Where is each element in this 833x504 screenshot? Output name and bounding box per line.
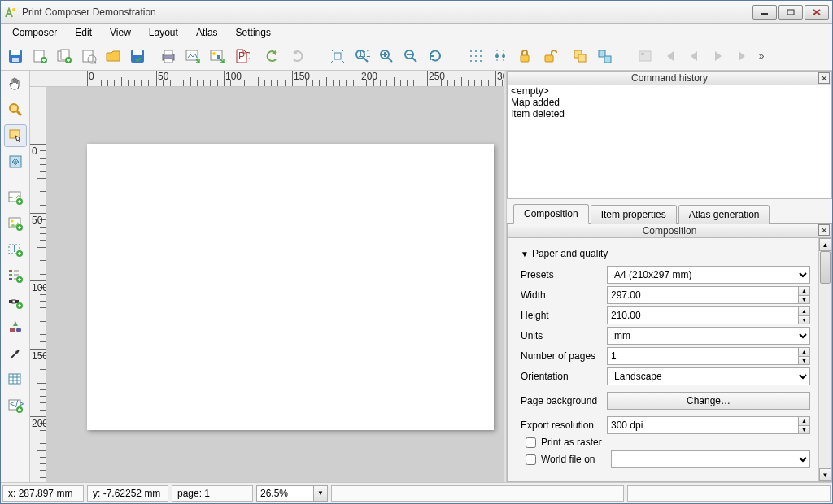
close-button[interactable] — [805, 5, 829, 20]
load-template-icon[interactable] — [102, 45, 124, 67]
svg-point-43 — [495, 54, 499, 58]
width-input[interactable] — [607, 286, 798, 304]
maximize-button[interactable] — [778, 5, 803, 20]
tab-item-properties[interactable]: Item properties — [591, 205, 677, 224]
save-icon[interactable] — [4, 45, 27, 67]
svg-point-44 — [502, 54, 505, 58]
change-background-button[interactable]: Change… — [607, 392, 810, 410]
svg-line-31 — [412, 58, 416, 62]
height-input[interactable] — [607, 306, 798, 324]
world-file-select[interactable] — [611, 450, 810, 468]
atlas-last-icon[interactable] — [731, 45, 754, 67]
spin-up-icon[interactable]: ▲ — [798, 416, 810, 425]
menu-view[interactable]: View — [102, 25, 139, 40]
toolbar-overflow-icon[interactable]: » — [756, 50, 767, 62]
refresh-icon[interactable] — [424, 45, 447, 67]
zoom-out-icon[interactable] — [399, 45, 422, 67]
add-table-tool-icon[interactable] — [4, 368, 27, 391]
save-template-icon[interactable] — [126, 45, 149, 67]
grid-snap-icon[interactable] — [464, 45, 487, 67]
composer-manager-icon[interactable] — [77, 45, 100, 67]
history-item[interactable]: Map added — [508, 97, 831, 108]
add-map-tool-icon[interactable] — [4, 186, 27, 209]
orientation-select[interactable]: Landscape — [607, 367, 810, 385]
tab-composition[interactable]: Composition — [513, 204, 589, 224]
atlas-first-icon[interactable] — [658, 45, 681, 67]
status-extra — [627, 485, 831, 502]
export-pdf-icon[interactable]: PDF — [230, 45, 253, 67]
zoom-tool-icon[interactable] — [4, 98, 27, 121]
history-list[interactable]: <empty> Map added Item deleted — [507, 85, 832, 199]
composition-close-icon[interactable]: ✕ — [818, 224, 830, 236]
spin-up-icon[interactable]: ▲ — [798, 286, 810, 295]
group-icon[interactable] — [569, 45, 591, 67]
menu-atlas[interactable]: Atlas — [188, 25, 226, 40]
add-shape-tool-icon[interactable] — [4, 316, 27, 339]
menu-composer[interactable]: Composer — [4, 25, 65, 40]
duplicate-composer-icon[interactable] — [53, 45, 76, 67]
properties-scrollbar[interactable]: ▲ ▼ — [818, 238, 831, 481]
guides-snap-icon[interactable] — [489, 45, 512, 67]
atlas-prev-icon[interactable] — [683, 45, 705, 67]
add-arrow-tool-icon[interactable] — [4, 342, 27, 365]
canvas-viewport[interactable] — [46, 87, 504, 482]
select-tool-icon[interactable] — [4, 124, 27, 147]
undo-icon[interactable] — [261, 45, 284, 67]
zoom-in-icon[interactable] — [375, 45, 398, 67]
svg-line-13 — [94, 62, 96, 63]
add-scalebar-tool-icon[interactable] — [4, 290, 27, 313]
zoom-input[interactable] — [256, 485, 313, 502]
ungroup-icon[interactable] — [593, 45, 616, 67]
zoom-full-icon[interactable] — [326, 45, 349, 67]
export-svg-icon[interactable] — [206, 45, 229, 67]
add-image-tool-icon[interactable] — [4, 212, 27, 235]
pan-tool-icon[interactable] — [4, 72, 27, 95]
presets-label: Presets — [521, 269, 602, 280]
lock-icon[interactable] — [513, 45, 536, 67]
scroll-thumb[interactable] — [820, 251, 831, 284]
add-html-tool-icon[interactable]: </> — [4, 394, 27, 417]
units-select[interactable]: mm — [607, 327, 810, 345]
print-as-raster-checkbox[interactable] — [526, 437, 536, 448]
add-legend-tool-icon[interactable] — [4, 264, 27, 287]
svg-point-0 — [12, 8, 15, 11]
history-item[interactable]: <empty> — [508, 85, 831, 97]
svg-rect-67 — [9, 278, 12, 280]
zoom-combo[interactable]: ▼ — [256, 485, 328, 502]
paper-quality-section[interactable]: ▼ Paper and quality — [521, 248, 810, 259]
spin-up-icon[interactable]: ▲ — [798, 306, 810, 315]
menu-settings[interactable]: Settings — [228, 25, 279, 40]
presets-select[interactable]: A4 (210x297 mm) — [607, 266, 810, 284]
print-icon[interactable] — [157, 45, 180, 67]
spin-down-icon[interactable]: ▼ — [798, 315, 810, 325]
export-resolution-input[interactable] — [607, 416, 798, 434]
export-image-icon[interactable] — [181, 45, 204, 67]
new-composer-icon[interactable] — [28, 45, 51, 67]
menu-layout[interactable]: Layout — [141, 25, 186, 40]
spin-up-icon[interactable]: ▲ — [798, 347, 810, 356]
scroll-up-icon[interactable]: ▲ — [819, 238, 831, 251]
spin-down-icon[interactable]: ▼ — [798, 425, 810, 435]
world-file-checkbox[interactable] — [526, 454, 536, 465]
unlock-icon[interactable] — [538, 45, 560, 67]
redo-icon[interactable] — [286, 45, 308, 67]
move-content-tool-icon[interactable] — [4, 150, 27, 173]
spin-down-icon[interactable]: ▼ — [798, 295, 810, 305]
zoom-dropdown-icon[interactable]: ▼ — [313, 485, 328, 502]
zoom-actual-icon[interactable]: 1:1 — [351, 45, 373, 67]
atlas-preview-icon[interactable] — [634, 45, 656, 67]
menu-edit[interactable]: Edit — [67, 25, 100, 40]
tab-atlas-generation[interactable]: Atlas generation — [678, 205, 770, 224]
ruler-horizontal[interactable]: 050100150200250300 — [46, 71, 504, 87]
minimize-button[interactable] — [752, 5, 777, 20]
composer-page[interactable] — [87, 144, 494, 430]
history-close-icon[interactable]: ✕ — [818, 72, 830, 84]
add-label-tool-icon[interactable]: T — [4, 238, 27, 261]
scroll-down-icon[interactable]: ▼ — [819, 468, 831, 481]
spin-down-icon[interactable]: ▼ — [798, 356, 810, 366]
atlas-next-icon[interactable] — [707, 45, 730, 67]
ruler-vertical[interactable]: 050100150200 — [30, 87, 46, 482]
num-pages-input[interactable] — [607, 347, 798, 365]
svg-rect-24 — [334, 53, 341, 59]
history-item[interactable]: Item deleted — [508, 108, 831, 119]
